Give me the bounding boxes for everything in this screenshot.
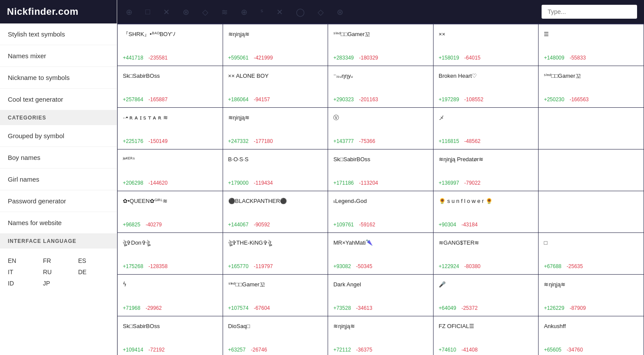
card-text — [544, 114, 638, 135]
card-item[interactable]: Ⓥ+143777-75366 — [328, 108, 433, 149]
card-item[interactable]: ⁻ᵢₛᵤηηyᵤ+290323-201163 — [328, 66, 433, 107]
card-item[interactable]: Dark Angel+73528-34613 — [328, 275, 433, 316]
card-item[interactable]: ×× +158019-64015 — [434, 24, 539, 66]
card-stats: +96825-40279 — [123, 222, 162, 228]
card-stats: +107574-67604 — [228, 305, 270, 311]
card-text: MR×YahMati🌂 — [333, 239, 428, 260]
stat-positive: +250230 — [544, 96, 564, 103]
stat-positive: +158019 — [439, 55, 459, 61]
card-item[interactable]: ×× ALONE BOY+186064-94157 — [223, 66, 328, 107]
card-stats: +206298-144620 — [123, 180, 168, 186]
card-item[interactable] — [539, 191, 644, 232]
sidebar-item-password-generator[interactable]: Password generator — [0, 190, 117, 212]
card-item[interactable]: Broken Heart♡+197289-108552 — [434, 66, 539, 107]
card-item[interactable]: ✿•QUEEN✿ᴳᴵᴿᴸ≋+96825-40279 — [118, 191, 223, 232]
card-stats: +290323-201163 — [333, 96, 378, 103]
card-item[interactable]: ≋ηiηją Predatør≋+136997-79022 — [434, 149, 539, 191]
card-item[interactable]: ϟ+71968-29962 — [118, 275, 223, 316]
stat-positive: +74610 — [439, 347, 456, 353]
card-item[interactable] — [539, 149, 644, 191]
lang-it[interactable]: IT — [8, 269, 39, 275]
lang-id[interactable]: ID — [8, 280, 39, 287]
stat-negative: -119434 — [254, 180, 273, 186]
card-item[interactable]: ˢᴵⁿᵈ□□Gamer꼬+250230-166563 — [539, 66, 644, 107]
card-text: Sk□SabirBOss — [333, 156, 428, 176]
card-item[interactable]: □+67688-25635 — [539, 233, 644, 274]
stat-positive: +247332 — [228, 138, 249, 144]
card-item[interactable]: Sk□SabirBOss+109414-72192 — [118, 316, 223, 355]
card-item[interactable]: 『SHRK』•ᴮᴬᴰBOY'ﾉ+441718-235581 — [118, 24, 223, 66]
card-item[interactable]: ₗᵢLegendₛGod+109761-59162 — [328, 191, 433, 232]
card-item[interactable]: ˢᴵⁿᵈ□□Gamer꼬+283349-180329 — [328, 24, 433, 66]
card-item[interactable]: ≋GANG$TER≋+122924-80380 — [434, 233, 539, 274]
stat-negative: -34760 — [567, 347, 583, 353]
card-item[interactable]: ঔৣ✞THE-KiNG✞ঔৣ+165770-119797 — [223, 233, 328, 274]
card-item[interactable]: ☰+148009-55833 — [539, 24, 644, 66]
stat-positive: +144067 — [228, 222, 249, 228]
card-item[interactable]: ᴶᵒᴷᴱᴿˢ+206298-144620 — [118, 149, 223, 191]
stat-positive: +206298 — [123, 180, 143, 186]
card-item[interactable]: B·O·S·S+179000-119434 — [223, 149, 328, 191]
card-item[interactable]: ≋ηiηją≋+247332-177180 — [223, 108, 328, 149]
sidebar-item-grouped-by-symbol[interactable]: Grouped by symbol — [0, 125, 117, 147]
lang-ru[interactable]: RU — [43, 269, 74, 275]
card-stats: +441718-235581 — [123, 55, 168, 61]
card-item[interactable]: ⚫BLACKPANTHER⚫+144067-90592 — [223, 191, 328, 232]
card-text: メ — [439, 114, 533, 135]
card-item[interactable]: 🌻 s u n f l o w e r 🌻+90304-43184 — [434, 191, 539, 232]
stat-negative: -113204 — [359, 180, 378, 186]
stat-positive: +67688 — [544, 263, 561, 269]
cards-grid: 『SHRK』•ᴮᴬᴰBOY'ﾉ+441718-235581≋ηiηją≋+595… — [117, 24, 644, 355]
card-item[interactable]: ≋ηiηją≋+126229-87909 — [539, 275, 644, 316]
sidebar-item-stylish-text-symbols[interactable]: Stylish text symbols — [0, 23, 117, 45]
card-text: ✿•QUEEN✿ᴳᴵᴿᴸ≋ — [123, 197, 217, 218]
lang-fr[interactable]: FR — [43, 257, 74, 264]
card-text: ঔৣ✞Don✞ঔৣ — [123, 239, 217, 260]
stat-negative: -48562 — [464, 138, 480, 144]
sidebar-item-boy-names[interactable]: Boy names — [0, 147, 117, 169]
card-item[interactable]: ≋ηiηją≋+72112-36375 — [328, 316, 433, 355]
stat-negative: -25372 — [461, 305, 477, 311]
card-stats: +257864-165887 — [123, 96, 168, 103]
stat-positive: +109414 — [123, 347, 143, 353]
card-stats: +73528-34613 — [333, 305, 372, 311]
sidebar-item-cool-text-generator[interactable]: Cool text generator — [0, 89, 117, 110]
card-item[interactable]: DioSaq□+63257-26746 — [223, 316, 328, 355]
stat-positive: +175268 — [123, 263, 143, 269]
card-item[interactable]: Sk□SabirBOss+171186-113204 — [328, 149, 433, 191]
card-item[interactable]: MR×YahMati🌂+93082-50345 — [328, 233, 433, 274]
card-stats: +144067-90592 — [228, 222, 270, 228]
card-item[interactable]: Sk□SabirBOss+257864-165887 — [118, 66, 223, 107]
card-stats: +71968-29962 — [123, 305, 162, 311]
stat-positive: +109761 — [333, 222, 354, 228]
card-item[interactable]: ∙∙• ʀ ᴀ ɪ ꜱ ᴛ ᴀ ʀ ≋+225176-150149 — [118, 108, 223, 149]
card-item[interactable]: ঔৣ✞Don✞ঔৣ+175268-128358 — [118, 233, 223, 274]
card-stats: +247332-177180 — [228, 138, 273, 144]
sidebar-item-nickname-to-symbols[interactable]: Nickname to symbols — [0, 67, 117, 89]
sidebar-item-names-mixer[interactable]: Names mixer — [0, 45, 117, 67]
card-item[interactable]: ˢᴵⁿᵈ□□Gamer꼬+107574-67604 — [223, 275, 328, 316]
card-item[interactable]: Ankushff+65605-34760 — [539, 316, 644, 355]
card-item[interactable]: ≋ηiηją≋+595061-421999 — [223, 24, 328, 66]
stat-negative: -80380 — [464, 263, 480, 269]
card-text: 『SHRK』•ᴮᴬᴰBOY'ﾉ — [123, 30, 217, 51]
card-stats: +136997-79022 — [439, 180, 480, 186]
sidebar-item-names-for-website[interactable]: Names for website — [0, 212, 117, 234]
stat-positive: +65605 — [544, 347, 561, 353]
stat-negative: -235581 — [148, 55, 168, 61]
card-item[interactable] — [539, 108, 644, 149]
lang-jp[interactable]: JP — [43, 280, 74, 287]
card-item[interactable]: メ+116815-48562 — [434, 108, 539, 149]
language-section: ENFRESITRUDEIDJP — [0, 249, 117, 293]
card-text: ϟ — [123, 281, 217, 302]
lang-en[interactable]: EN — [8, 257, 39, 264]
card-item[interactable]: FZ OFICIAL☰+74610-41408 — [434, 316, 539, 355]
interface-language-header: INTERFACE LANGUAGE — [0, 234, 117, 249]
sidebar-item-girl-names[interactable]: Girl names — [0, 169, 117, 190]
stat-negative: -25635 — [567, 263, 583, 269]
lang-es[interactable]: ES — [78, 257, 109, 264]
card-stats: +109761-59162 — [333, 222, 375, 228]
lang-de[interactable]: DE — [78, 269, 109, 275]
sidebar: Nickfinder.com Stylish text symbolsNames… — [0, 0, 117, 355]
card-item[interactable]: 🎤+64049-25372 — [434, 275, 539, 316]
